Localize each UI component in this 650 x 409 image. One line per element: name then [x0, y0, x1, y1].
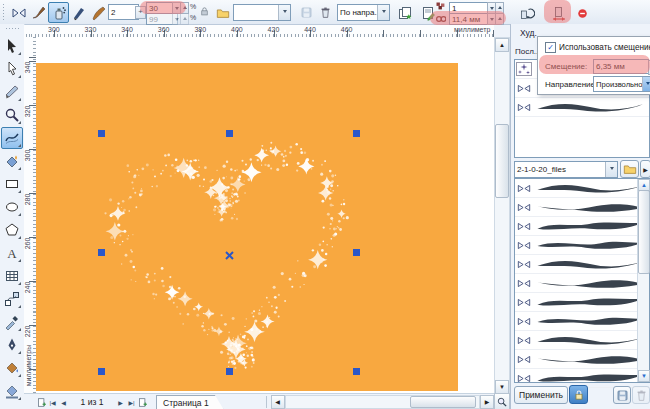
tool-zoom[interactable] — [1, 104, 23, 126]
tool-rectangle[interactable] — [1, 173, 23, 195]
direction-arrow[interactable] — [642, 77, 650, 91]
selection-handle[interactable] — [353, 130, 360, 137]
stroke-file-combo[interactable]: 2-1-0-20_files — [514, 161, 618, 178]
stroke-row[interactable] — [515, 98, 649, 117]
vertical-scrollbar[interactable]: ▲ ▼ — [494, 37, 510, 395]
lock-button[interactable] — [569, 385, 588, 404]
stroke-row[interactable] — [515, 312, 649, 331]
browse-folder-button[interactable] — [620, 160, 639, 178]
dabs-spinner[interactable] — [488, 2, 504, 12]
page-tab[interactable]: Страница 1 — [156, 395, 224, 409]
stroke-row[interactable] — [515, 236, 649, 255]
tool-table[interactable] — [1, 265, 23, 287]
spray-order-arrow[interactable] — [377, 5, 389, 20]
direction-combo[interactable]: Произвольное — [593, 76, 650, 92]
use-offset-checkbox[interactable]: ✓ — [545, 42, 556, 53]
horizontal-scrollbar[interactable] — [285, 395, 480, 409]
offset-button[interactable] — [547, 1, 570, 24]
spacing-field[interactable]: 11,4 мм — [449, 13, 492, 25]
tool-blend[interactable] — [1, 288, 23, 310]
tool-pick[interactable] — [1, 35, 23, 57]
stroke-file-arrow[interactable] — [605, 162, 617, 177]
stroke-row[interactable] — [515, 293, 649, 312]
delete-stroke-button[interactable] — [632, 386, 650, 404]
selection-handle[interactable] — [353, 249, 360, 256]
tool-interactive-fill[interactable] — [1, 380, 23, 402]
page-navigation-bar: |◀ ◀ 1 из 1 ▶ ▶| Страница 1 ◀ ▶ — [24, 393, 494, 409]
stroke-row[interactable] — [515, 331, 649, 350]
spraylist-combo-arrow[interactable] — [278, 5, 290, 20]
scroll-left-button[interactable]: ◀ — [271, 395, 285, 409]
tool-eyedropper[interactable] — [1, 311, 23, 333]
toolbox-grip[interactable] — [5, 27, 19, 31]
stroke-row[interactable] — [515, 198, 649, 217]
horizontal-scroll-thumb[interactable] — [410, 396, 476, 408]
size-lock-button[interactable] — [199, 6, 210, 17]
save-stroke-button[interactable] — [613, 386, 631, 404]
brush-mode-button[interactable] — [28, 2, 49, 23]
rotation-button[interactable] — [516, 2, 537, 23]
delete-spraylist-button[interactable] — [315, 2, 336, 23]
last-page-button[interactable]: ▶| — [126, 396, 137, 408]
stroke-preview — [533, 332, 647, 348]
selection-handle[interactable] — [226, 368, 233, 375]
selection-handle[interactable] — [353, 368, 360, 375]
stroke-row[interactable] — [515, 217, 649, 236]
stroke-row[interactable] — [515, 274, 649, 293]
next-page-button[interactable]: ▶ — [115, 396, 126, 408]
tool-text[interactable]: A — [1, 242, 23, 264]
selection-handle[interactable] — [98, 249, 105, 256]
tool-crop[interactable] — [1, 81, 23, 103]
apply-button[interactable]: Применить — [514, 386, 568, 404]
first-page-button[interactable]: |◀ — [47, 396, 58, 408]
vertical-scroll-thumb[interactable] — [495, 124, 509, 198]
toolbar-grip[interactable] — [2, 3, 5, 21]
tool-fill[interactable] — [1, 357, 23, 379]
spray-size-secondary-spinner[interactable] — [173, 13, 189, 23]
spraylist-options-button[interactable] — [417, 2, 438, 23]
tool-outline[interactable] — [1, 334, 23, 356]
save-spraylist-button[interactable] — [296, 2, 317, 23]
tool-smart-fill[interactable] — [1, 150, 23, 172]
stroke-preview — [533, 256, 647, 272]
stroke-row[interactable] — [515, 179, 649, 198]
tool-ellipse[interactable] — [1, 196, 23, 218]
selection-center-mark[interactable] — [225, 251, 234, 260]
scroll-right-button[interactable]: ▶ — [480, 395, 494, 409]
scroll-up-button[interactable]: ▲ — [495, 38, 509, 52]
stroke-row[interactable] — [515, 350, 649, 369]
scroll-down-button[interactable]: ▼ — [495, 380, 509, 394]
spray-size-spinner[interactable] — [173, 2, 189, 12]
calligraphic-mode-button[interactable] — [68, 2, 89, 23]
library-scrollbar[interactable]: ▲ ▼ — [637, 179, 649, 382]
document-navigator-button[interactable] — [494, 393, 510, 409]
tool-polygon[interactable] — [1, 219, 23, 241]
spraylist-file-combo[interactable] — [233, 4, 291, 21]
offset-value-field[interactable]: 6,35 мм — [593, 59, 649, 74]
tool-artistic-media[interactable] — [1, 127, 23, 149]
selection-handle[interactable] — [226, 130, 233, 137]
docker-flyout-button[interactable]: ▶ — [640, 160, 650, 178]
add-page-button-right[interactable] — [137, 396, 148, 408]
previous-page-button[interactable]: ◀ — [58, 396, 69, 408]
tool-shape[interactable] — [1, 58, 23, 80]
library-scroll-thumb[interactable] — [638, 190, 650, 274]
selection-handle[interactable] — [98, 130, 105, 137]
add-to-spraylist-button[interactable] — [394, 2, 415, 23]
drawing-area[interactable] — [36, 37, 494, 393]
pressure-mode-button[interactable] — [88, 2, 109, 23]
spray-order-combo[interactable]: По напра... — [337, 4, 390, 21]
bowtie-icon — [515, 336, 533, 345]
trash-icon — [635, 389, 648, 402]
sprayer-mode-button[interactable] — [48, 2, 69, 23]
stroke-library-list[interactable]: ▲ ▼ — [514, 178, 650, 383]
browse-spraylist-button[interactable] — [212, 2, 233, 23]
preset-mode-button[interactable] — [8, 2, 29, 23]
add-page-button-left[interactable] — [36, 396, 47, 408]
stroke-row[interactable] — [515, 255, 649, 274]
sparkle-heart-object[interactable] — [36, 63, 458, 391]
smoothing-slider-button[interactable]: + — [135, 6, 146, 19]
reset-values-button[interactable] — [577, 8, 588, 19]
selection-handle[interactable] — [98, 368, 105, 375]
spacing-spinner[interactable] — [488, 13, 504, 23]
